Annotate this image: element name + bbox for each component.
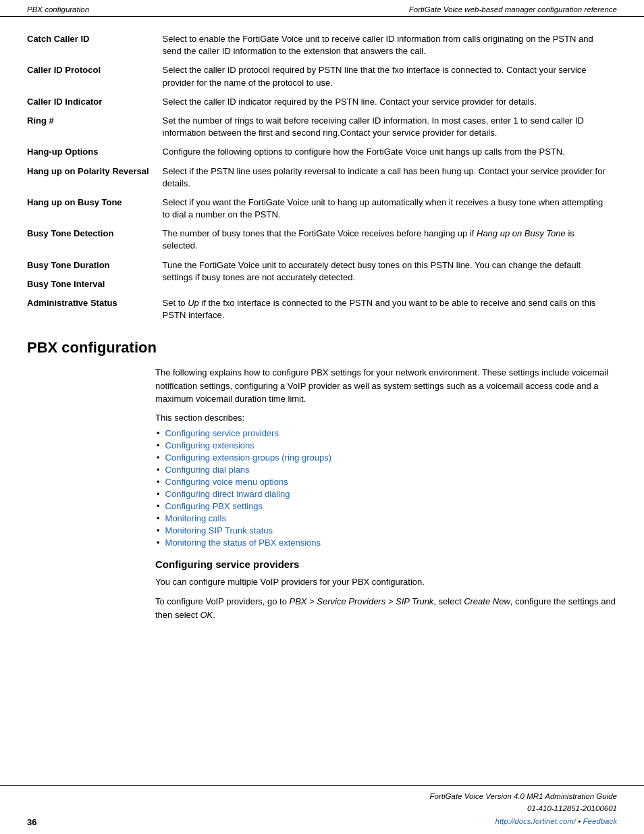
pbx-link[interactable]: Configuring voice menu options [165,477,288,487]
footer-line1: FortiGate Voice Version 4.0 MR1 Administ… [430,790,617,802]
pbx-link[interactable]: Configuring direct inward dialing [165,489,290,499]
sp-para2-italic2: Create New [464,596,510,606]
page-footer: 36 FortiGate Voice Version 4.0 MR1 Admin… [0,785,644,834]
def-term: Ring # [27,112,163,143]
pbx-heading: PBX configuration [27,339,617,357]
def-description: Select the caller ID indicator required … [163,93,617,112]
list-item: Configuring direct inward dialing [155,489,617,499]
sp-para2: To configure VoIP providers, go to PBX >… [155,595,617,621]
page: PBX configuration FortiGate Voice web-ba… [0,0,644,834]
configuring-sp-heading: Configuring service providers [155,558,617,570]
def-term: Hang up on Busy Tone [27,194,163,225]
pbx-intro2: This section describes: [155,413,617,423]
sp-para2-italic: PBX > Service Providers > SIP Trunk [290,596,434,606]
def-term: Busy Tone Interval [27,276,163,294]
main-content: Catch Caller IDSelect to enable the Fort… [0,17,644,669]
list-item: Monitoring the status of PBX extensions [155,538,617,548]
def-term: Busy Tone Detection [27,225,163,256]
def-description: Select the caller ID protocol required b… [163,61,617,93]
pbx-link[interactable]: Configuring service providers [165,428,279,438]
pbx-link[interactable]: Configuring dial plans [165,465,250,475]
list-item: Configuring PBX settings [155,501,617,511]
list-item: Configuring extension groups (ring group… [155,452,617,463]
footer-line3: http://docs.fortinet.com/ • Feedback [430,815,617,827]
def-description: Select to enable the FortiGate Voice uni… [163,30,617,61]
header-right: FortiGate Voice web-based manager config… [409,5,617,14]
def-term: Catch Caller ID [27,30,163,61]
list-item: Monitoring calls [155,513,617,523]
list-item: Configuring voice menu options [155,477,617,487]
def-row: Caller ID ProtocolSelect the caller ID p… [27,61,617,93]
pbx-link[interactable]: Configuring PBX settings [165,501,263,511]
def-row: Busy Tone DurationTune the FortiGate Voi… [27,257,617,276]
def-description: Tune the FortiGate Voice unit to accurat… [163,257,617,294]
pbx-link[interactable]: Monitoring the status of PBX extensions [165,538,321,548]
sp-para2-end: . [213,610,215,620]
def-description: Select if you want the FortiGate Voice u… [163,194,617,225]
pbx-body: The following explains how to configure … [155,366,617,621]
def-description: Select if the PSTN line uses polarity re… [163,163,617,194]
def-row: Hang-up OptionsConfigure the following o… [27,143,617,162]
list-item: Configuring extensions [155,440,617,450]
def-description: Configure the following options to confi… [163,143,617,162]
def-row: Administrative StatusSet to Up if the fx… [27,294,617,325]
footer-right: FortiGate Voice Version 4.0 MR1 Administ… [430,790,617,827]
sp-para2-mid: , select [433,596,464,606]
def-row: Caller ID IndicatorSelect the caller ID … [27,93,617,112]
def-term: Administrative Status [27,294,163,325]
feedback-link[interactable]: Feedback [583,817,617,825]
pbx-link[interactable]: Configuring extensions [165,440,254,450]
pbx-intro1: The following explains how to configure … [155,366,617,406]
pbx-links-list: Configuring service providersConfiguring… [155,428,617,548]
list-item: Configuring service providers [155,428,617,438]
list-item: Configuring dial plans [155,465,617,475]
header-left: PBX configuration [27,5,89,14]
def-row: Hang up on Busy ToneSelect if you want t… [27,194,617,225]
def-description: The number of busy tones that the FortiG… [163,225,617,256]
footer-page-number: 36 [27,817,36,827]
def-term: Busy Tone Duration [27,257,163,276]
pbx-link[interactable]: Monitoring calls [165,513,226,523]
footer-line2: 01-410-112851-20100601 [430,802,617,814]
def-term: Hang up on Polarity Reversal [27,163,163,194]
def-row: Catch Caller IDSelect to enable the Fort… [27,30,617,61]
def-term: Caller ID Protocol [27,61,163,93]
def-description: Set to Up if the fxo interface is connec… [163,294,617,325]
definition-table: Catch Caller IDSelect to enable the Fort… [27,30,617,325]
def-description: Set the number of rings to wait before r… [163,112,617,143]
footer-sep: • [576,817,583,825]
def-row: Ring #Set the number of rings to wait be… [27,112,617,143]
pbx-link[interactable]: Monitoring SIP Trunk status [165,525,273,536]
pbx-section: PBX configuration The following explains… [27,339,617,621]
def-term: Hang-up Options [27,143,163,162]
list-item: Monitoring SIP Trunk status [155,525,617,536]
page-header: PBX configuration FortiGate Voice web-ba… [0,0,644,17]
def-row: Hang up on Polarity ReversalSelect if th… [27,163,617,194]
footer-docs-link[interactable]: http://docs.fortinet.com/ [495,817,576,825]
def-term: Caller ID Indicator [27,93,163,112]
sp-para1: You can configure multiple VoIP provider… [155,575,617,589]
sp-para2-pre: To configure VoIP providers, go to [155,596,290,606]
def-row: Busy Tone DetectionThe number of busy to… [27,225,617,256]
sp-para2-italic3: OK [200,610,213,620]
pbx-link[interactable]: Configuring extension groups (ring group… [165,452,331,463]
